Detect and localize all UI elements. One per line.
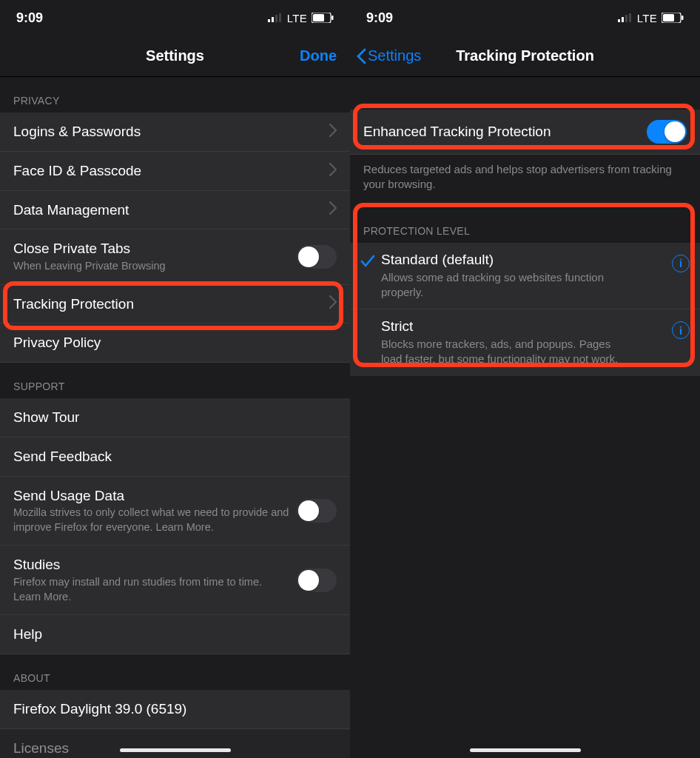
home-indicator <box>470 748 581 752</box>
tracking-scroll[interactable]: Enhanced Tracking Protection Reduces tar… <box>350 77 700 758</box>
row-privacy-policy[interactable]: Privacy Policy <box>0 323 350 363</box>
info-icon[interactable]: i <box>672 321 690 339</box>
row-label: Send Feedback <box>13 448 337 466</box>
svg-rect-12 <box>663 14 674 21</box>
info-icon[interactable]: i <box>672 255 690 272</box>
svg-rect-1 <box>272 17 274 22</box>
done-button[interactable]: Done <box>300 47 337 64</box>
battery-icon <box>662 13 684 23</box>
row-logins-passwords[interactable]: Logins & Passwords <box>0 113 350 152</box>
section-header-support: SUPPORT <box>0 363 350 398</box>
settings-navbar: Settings Done <box>0 36 350 77</box>
etp-description: Reduces targeted ads and helps stop adve… <box>350 155 700 195</box>
row-send-usage-data[interactable]: Send Usage Data Mozilla strives to only … <box>0 477 350 546</box>
row-help[interactable]: Help <box>0 615 350 654</box>
clock: 9:09 <box>366 10 393 26</box>
status-bar: 9:09 LTE <box>0 0 350 36</box>
row-close-private-tabs[interactable]: Close Private Tabs When Leaving Private … <box>0 229 350 284</box>
chevron-left-icon <box>356 48 366 64</box>
row-show-tour[interactable]: Show Tour <box>0 398 350 437</box>
clock: 9:09 <box>16 10 43 26</box>
svg-rect-8 <box>622 17 624 22</box>
svg-rect-6 <box>332 16 334 20</box>
option-standard[interactable]: Standard (default) Allows some ad tracki… <box>350 243 700 310</box>
signal-icon <box>268 13 283 22</box>
row-version[interactable]: Firefox Daylight 39.0 (6519) <box>0 690 350 729</box>
signal-icon <box>618 13 633 22</box>
back-button[interactable]: Settings <box>356 47 421 64</box>
row-faceid-passcode[interactable]: Face ID & Passcode <box>0 152 350 191</box>
chevron-right-icon <box>329 163 337 179</box>
chevron-right-icon <box>329 295 337 312</box>
option-strict[interactable]: Strict Blocks more trackers, ads, and po… <box>350 309 700 376</box>
chevron-right-icon <box>329 124 337 140</box>
tracking-navbar: Settings Tracking Protection <box>350 36 700 77</box>
row-studies[interactable]: Studies Firefox may install and run stud… <box>0 546 350 615</box>
row-label: Firefox Daylight 39.0 (6519) <box>13 700 337 718</box>
status-right: LTE <box>618 12 684 24</box>
chevron-right-icon <box>329 201 337 218</box>
row-label: Show Tour <box>13 409 337 426</box>
page-title: Tracking Protection <box>456 47 594 64</box>
toggle-studies[interactable] <box>297 568 337 592</box>
option-sublabel: Allows some ad tracking so websites func… <box>381 270 633 301</box>
home-indicator <box>120 748 231 752</box>
checkmark-placeholder <box>360 318 381 321</box>
section-header-about: ABOUT <box>0 654 350 690</box>
svg-rect-13 <box>682 16 684 20</box>
svg-rect-0 <box>268 19 270 22</box>
row-etp[interactable]: Enhanced Tracking Protection <box>350 110 700 155</box>
row-label: Tracking Protection <box>13 295 323 313</box>
row-data-management[interactable]: Data Management <box>0 191 350 230</box>
section-header-privacy: PRIVACY <box>0 77 350 113</box>
svg-rect-2 <box>275 15 277 22</box>
row-label: Face ID & Passcode <box>13 162 323 180</box>
toggle-etp[interactable] <box>647 120 687 144</box>
row-sublabel: Firefox may install and run studies from… <box>13 575 289 604</box>
row-label: Close Private Tabs <box>13 240 289 258</box>
svg-rect-9 <box>625 15 627 22</box>
row-label: Send Usage Data <box>13 487 289 505</box>
option-title: Strict <box>381 318 667 335</box>
back-label: Settings <box>368 47 421 64</box>
row-send-feedback[interactable]: Send Feedback <box>0 437 350 477</box>
option-sublabel: Blocks more trackers, ads, and popups. P… <box>381 337 633 367</box>
svg-rect-7 <box>618 19 620 22</box>
tracking-protection-screen: 9:09 LTE Settings Tracking Protection En… <box>350 0 700 758</box>
page-title: Settings <box>146 47 204 64</box>
toggle-usage-data[interactable] <box>297 499 337 523</box>
network-label: LTE <box>287 12 307 24</box>
row-tracking-protection[interactable]: Tracking Protection <box>0 285 350 324</box>
checkmark-icon <box>360 252 381 268</box>
row-label: Studies <box>13 556 289 574</box>
row-label: Logins & Passwords <box>13 123 323 141</box>
network-label: LTE <box>637 12 657 24</box>
status-right: LTE <box>268 12 334 24</box>
battery-icon <box>312 13 334 23</box>
settings-scroll[interactable]: PRIVACY Logins & Passwords Face ID & Pas… <box>0 77 350 758</box>
svg-rect-3 <box>279 13 281 22</box>
settings-screen: 9:09 LTE Settings Done PRIVACY Logins & … <box>0 0 350 758</box>
section-header-protection-level: PROTECTION LEVEL <box>350 213 700 243</box>
svg-rect-5 <box>313 14 324 21</box>
row-label: Privacy Policy <box>13 334 337 352</box>
option-title: Standard (default) <box>381 252 667 268</box>
status-bar: 9:09 LTE <box>350 0 700 36</box>
row-label: Help <box>13 625 337 643</box>
row-label: Data Management <box>13 201 323 219</box>
row-sublabel: Mozilla strives to only collect what we … <box>13 506 289 534</box>
svg-rect-10 <box>629 13 631 22</box>
row-licenses[interactable]: Licenses <box>0 729 350 758</box>
toggle-close-private-tabs[interactable] <box>297 245 337 269</box>
row-sublabel: When Leaving Private Browsing <box>13 259 289 274</box>
row-label: Enhanced Tracking Protection <box>363 123 639 141</box>
